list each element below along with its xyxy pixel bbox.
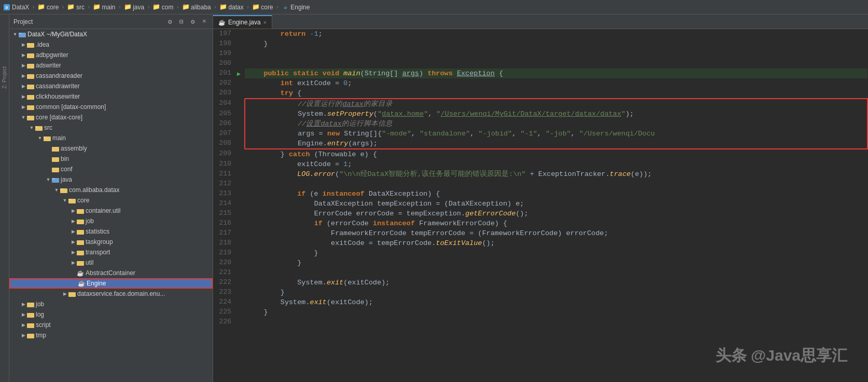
code-222[interactable]: System.exit(exitCode); <box>245 278 867 288</box>
code-207[interactable]: args = new String[]{"-mode", "standalone… <box>245 129 867 139</box>
tree-item-assembly[interactable]: ▶ assembly <box>9 143 213 154</box>
settings-icon[interactable]: ⚙ <box>166 18 174 26</box>
tree-item-src[interactable]: ▼ src <box>9 122 213 133</box>
breadcrumb-src[interactable]: 📁 src <box>67 4 85 11</box>
tree-item-datax-root[interactable]: ▼ DataX ~/MyGit/DataX <box>9 29 213 39</box>
run-arrow-201[interactable]: ▶ <box>237 70 241 78</box>
breadcrumb-alibaba[interactable]: 📁 alibaba <box>182 4 211 11</box>
code-200[interactable] <box>245 59 867 69</box>
breadcrumb-datax[interactable]: D DataX <box>3 4 29 11</box>
code-210[interactable]: exitCode = 1; <box>245 159 867 169</box>
tree-label-cassandrareader: cassandrareader <box>36 72 82 79</box>
tree-item-idea[interactable]: ▶ .idea <box>9 39 213 50</box>
expand-arrow-script: ▶ <box>20 321 27 329</box>
svg-rect-20 <box>52 168 59 172</box>
breadcrumb-core2[interactable]: 📁 core <box>252 4 273 11</box>
code-208[interactable]: Engine.entry(args); <box>245 139 867 149</box>
code-224[interactable]: System.exit(exitCode); <box>245 297 867 307</box>
tree-label-transport: transport <box>86 249 110 256</box>
breadcrumb-core[interactable]: 📁 core <box>38 4 59 11</box>
tree-item-conf[interactable]: ▶ conf <box>9 164 213 174</box>
tree-item-job-inner[interactable]: ▶ job <box>9 216 213 226</box>
tree-item-clickhousewriter[interactable]: ▶ clickhousewriter <box>9 91 213 102</box>
code-223[interactable]: } <box>245 288 867 297</box>
code-211[interactable]: LOG.error("\n\n经DataX智能分析,该任务最可能的错误原因是:\… <box>245 169 867 179</box>
code-226[interactable] <box>245 317 867 327</box>
folder-icon-tmp <box>27 332 34 339</box>
tree-item-core[interactable]: ▼ core [datax-core] <box>9 112 213 122</box>
code-220[interactable]: } <box>245 258 867 268</box>
code-199[interactable] <box>245 49 867 59</box>
tree-item-container-util[interactable]: ▶ container.util <box>9 206 213 216</box>
code-216[interactable]: if (errorCode instanceof FrameworkErrorC… <box>245 219 867 228</box>
tree-item-tmp[interactable]: ▶ tmp <box>9 330 213 340</box>
tree-item-adbpgwriter[interactable]: ▶ adbpgwriter <box>9 50 213 60</box>
tree-item-job-outer[interactable]: ▶ job <box>9 299 213 309</box>
breadcrumb-engine[interactable]: ☕ Engine <box>282 4 310 11</box>
tree-item-adswriter[interactable]: ▶ adswriter <box>9 60 213 71</box>
tab-close-button[interactable]: × <box>263 19 267 25</box>
tree-item-script[interactable]: ▶ script <box>9 320 213 330</box>
expand-arrow-core: ▼ <box>20 114 27 121</box>
tree-item-java[interactable]: ▼ java <box>9 174 213 185</box>
code-203[interactable]: try { <box>245 88 867 99</box>
tab-engine-java[interactable]: ☕ Engine.java × <box>213 15 272 29</box>
tree-item-bin[interactable]: ▶ bin <box>9 154 213 164</box>
breadcrumb-datax2[interactable]: 📁 datax <box>219 4 243 11</box>
folder-icon-conf <box>52 166 59 173</box>
code-202[interactable]: int exitCode = 0; <box>245 78 867 88</box>
code-209[interactable]: } catch (Throwable e) { <box>245 149 867 159</box>
breadcrumb-java[interactable]: 📁 java <box>124 4 144 11</box>
tree-label-abstractcontainer: AbstractContainer <box>86 269 135 277</box>
tree-item-engine[interactable]: ▶ ☕ Engine <box>9 278 213 289</box>
code-204[interactable]: //设置运行的datax的家目录 <box>245 99 867 109</box>
folder-icon-dataxservice <box>68 290 76 297</box>
tree-item-main[interactable]: ▼ main <box>9 133 213 143</box>
tree-item-util[interactable]: ▶ util <box>9 257 213 268</box>
tree-item-com-alibaba-datax[interactable]: ▼ com.alibaba.datax <box>9 185 213 195</box>
tree-item-common[interactable]: ▶ common [datax-common] <box>9 102 213 112</box>
folder-icon-com-alibaba-datax <box>60 186 67 194</box>
svg-rect-3 <box>19 33 22 34</box>
tree-item-log[interactable]: ▶ log <box>9 309 213 320</box>
gear-icon[interactable]: ⚙ <box>189 18 197 26</box>
svg-rect-6 <box>27 53 34 58</box>
code-198[interactable]: } <box>245 39 867 49</box>
layout-icon[interactable]: ⊟ <box>177 18 186 26</box>
breadcrumb-main[interactable]: 📁 main <box>93 4 116 11</box>
tree-item-abstractcontainer[interactable]: ▶ ☕ AbstractContainer <box>9 268 213 278</box>
code-205[interactable]: System.setProperty("datax.home", "/Users… <box>245 109 867 119</box>
z-project-label[interactable]: Z: Project <box>2 66 7 89</box>
code-215[interactable]: ErrorCode errorCode = tempException.getE… <box>245 209 867 219</box>
code-201[interactable]: public static void main(String[] args) t… <box>245 69 867 78</box>
code-221[interactable] <box>245 268 867 278</box>
close-icon[interactable]: × <box>200 18 208 26</box>
code-214[interactable]: DataXException tempException = (DataXExc… <box>245 199 867 209</box>
tree-item-cassandrawriter[interactable]: ▶ cassandrawriter <box>9 81 213 91</box>
code-218[interactable]: exitCode = tempErrorCode.toExitValue(); <box>245 238 867 248</box>
expand-arrow-adbpgwriter: ▶ <box>20 51 27 59</box>
gutter-204 <box>236 99 245 109</box>
tree-item-core-inner[interactable]: ▼ core <box>9 195 213 206</box>
tree-item-taskgroup[interactable]: ▶ taskgroup <box>9 237 213 247</box>
tree-item-cassandrareader[interactable]: ▶ cassandrareader <box>9 71 213 81</box>
code-content-area[interactable]: 197 return -1; 198 } 199 <box>213 29 868 382</box>
expand-arrow-statistics: ▶ <box>69 228 77 235</box>
code-197[interactable]: return -1; <box>245 29 867 39</box>
line-number-213: 213 <box>213 189 236 199</box>
folder-icon-core-inner <box>68 197 76 204</box>
code-213[interactable]: if (e instanceof DataXException) { <box>245 189 867 199</box>
tree-item-transport[interactable]: ▶ transport <box>9 247 213 257</box>
code-225[interactable]: } <box>245 307 867 317</box>
code-206[interactable]: //设置datax的运行脚本信息 <box>245 119 867 129</box>
breadcrumb-com[interactable]: 📁 com <box>153 4 174 11</box>
tree-item-dataxservice[interactable]: ▶ dataxservice.face.domain.enu... <box>9 289 213 299</box>
line-number-208: 208 <box>213 139 236 149</box>
code-line-214: 214 DataXException tempException = (Data… <box>213 199 867 209</box>
code-219[interactable]: } <box>245 248 867 258</box>
code-217[interactable]: FrameworkErrorCode tempErrorCode = (Fram… <box>245 228 867 238</box>
gutter-211 <box>236 169 245 179</box>
tree-item-statistics[interactable]: ▶ statistics <box>9 226 213 237</box>
svg-rect-32 <box>77 261 84 266</box>
code-212[interactable] <box>245 179 867 189</box>
